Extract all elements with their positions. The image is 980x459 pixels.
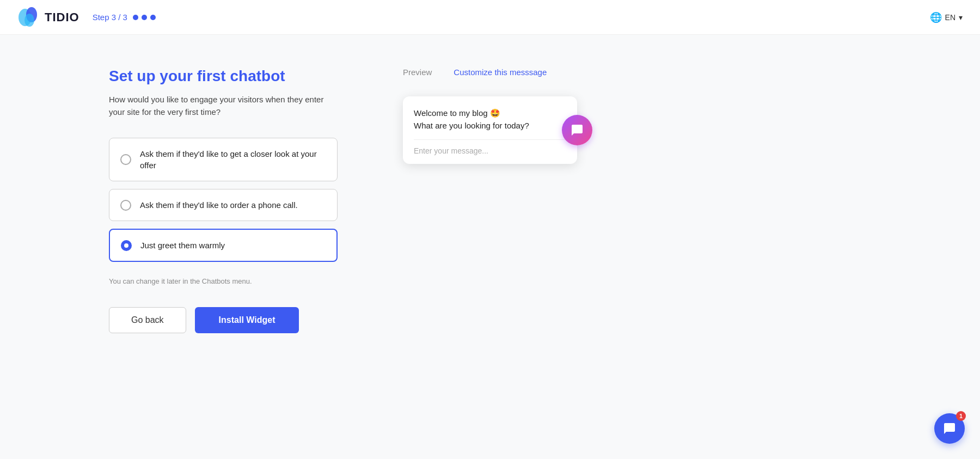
chat-bubble: Welcome to my blog 🤩What are you looking… <box>403 96 577 164</box>
option-greet[interactable]: Just greet them warmly <box>109 229 338 262</box>
options-list: Ask them if they'd like to get a closer … <box>109 138 338 262</box>
dot-2 <box>142 15 147 20</box>
option-greet-label: Just greet them warmly <box>140 240 225 251</box>
buttons-row: Go back Install Widget <box>109 307 338 333</box>
chat-divider <box>414 139 566 140</box>
page-title: Set up your first chatbot <box>109 68 338 85</box>
notification-badge: 1 <box>956 411 966 421</box>
tidio-logo-icon <box>17 6 40 29</box>
option-closer-look-label: Ask them if they'd like to get a closer … <box>140 148 326 171</box>
tab-customize[interactable]: Customize this messsage <box>454 68 547 79</box>
hint-text: You can change it later in the Chatbots … <box>109 277 338 285</box>
step-dots <box>133 15 156 20</box>
dot-1 <box>133 15 138 20</box>
page-subtitle: How would you like to engage your visito… <box>109 94 338 118</box>
chat-input-placeholder[interactable]: Enter your message... <box>414 146 566 155</box>
chat-preview: Welcome to my blog 🤩What are you looking… <box>403 96 588 164</box>
go-back-button[interactable]: Go back <box>109 307 186 333</box>
step-indicator: Step 3 / 3 <box>93 13 156 22</box>
option-phone-call[interactable]: Ask them if they'd like to order a phone… <box>109 189 338 221</box>
preview-header: Preview Customize this messsage <box>403 68 871 79</box>
main-content: Set up your first chatbot How would you … <box>0 35 980 366</box>
floating-chat-icon <box>943 422 956 435</box>
radio-greet <box>121 240 132 251</box>
chat-message: Welcome to my blog 🤩What are you looking… <box>414 107 566 132</box>
radio-greet-inner <box>124 243 128 248</box>
step-label: Step 3 / 3 <box>93 13 127 22</box>
header: TIDIO Step 3 / 3 🌐 EN ▾ <box>0 0 980 35</box>
chat-open-button[interactable] <box>562 115 592 145</box>
logo-text: TIDIO <box>45 10 79 25</box>
logo: TIDIO <box>17 6 79 29</box>
chevron-down-icon: ▾ <box>959 13 963 22</box>
option-phone-call-label: Ask them if they'd like to order a phone… <box>140 199 298 211</box>
option-closer-look[interactable]: Ask them if they'd like to get a closer … <box>109 138 338 181</box>
install-widget-button[interactable]: Install Widget <box>195 307 299 333</box>
chat-bubble-icon <box>571 124 584 137</box>
right-panel: Preview Customize this messsage Welcome … <box>403 68 871 164</box>
lang-label: EN <box>945 13 955 22</box>
dot-3 <box>150 15 156 20</box>
language-selector[interactable]: 🌐 EN ▾ <box>930 11 963 23</box>
globe-icon: 🌐 <box>930 11 942 23</box>
svg-point-2 <box>24 14 34 27</box>
radio-closer-look <box>120 154 131 165</box>
radio-phone-call <box>120 200 131 211</box>
tab-preview[interactable]: Preview <box>403 68 432 79</box>
left-panel: Set up your first chatbot How would you … <box>109 68 338 333</box>
header-left: TIDIO Step 3 / 3 <box>17 6 156 29</box>
floating-chat-button[interactable]: 1 <box>934 413 965 444</box>
